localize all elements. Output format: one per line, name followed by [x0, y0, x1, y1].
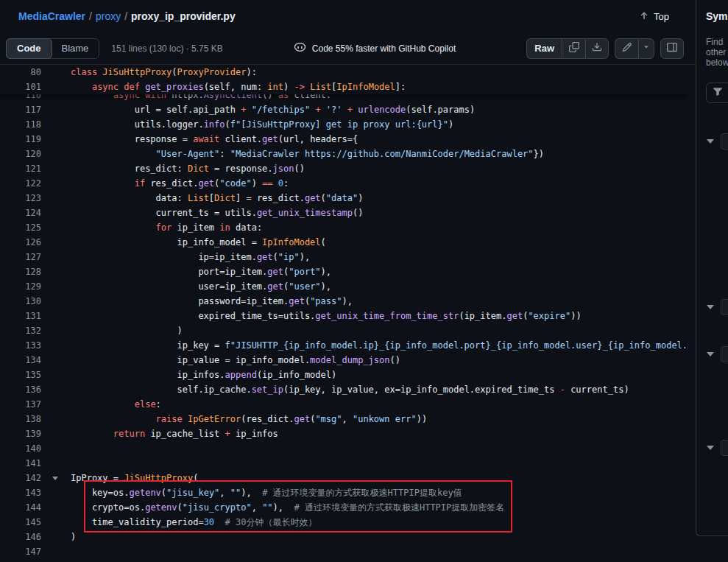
code-lines: 116 async with httpx.AsyncClient() as cl… [0, 88, 688, 559]
line-number[interactable]: 142 [0, 471, 41, 485]
code-line: 119 response = await client.get(url, hea… [0, 132, 688, 147]
chevron-down-icon [642, 43, 651, 54]
code-line: 139 return ip_cache_list + ip_infos [0, 426, 688, 441]
main-column: MediaCrawler / proxy / proxy_ip_provider… [0, 0, 696, 562]
line-number[interactable]: 135 [0, 368, 41, 382]
copy-raw-button[interactable] [562, 38, 585, 59]
line-number[interactable]: 130 [0, 294, 41, 309]
tab-code[interactable]: Code [6, 38, 52, 59]
line-number[interactable]: 118 [0, 117, 41, 132]
line-number[interactable]: 117 [0, 102, 41, 117]
chevron-down-icon[interactable] [707, 305, 714, 309]
line-number[interactable]: 146 [0, 530, 41, 544]
symbols-description-line: other [706, 47, 728, 57]
line-number[interactable]: 124 [0, 206, 41, 220]
code-text: crypto=os.getenv("jisu_crypto", ""), # 通… [71, 500, 504, 515]
line-number[interactable]: 80 [0, 65, 41, 80]
code-line: 131 expired_time_ts=utils.get_unix_time_… [0, 309, 688, 323]
fold-gutter [41, 220, 71, 235]
fold-gutter [41, 65, 71, 80]
code-line: 129 user=ip_item.get("user"), [0, 279, 688, 294]
line-number[interactable]: 131 [0, 309, 41, 323]
fold-gutter [41, 353, 71, 368]
breadcrumb-separator: / [124, 10, 127, 22]
line-number[interactable]: 133 [0, 338, 41, 353]
chevron-down-icon[interactable] [707, 139, 714, 144]
download-raw-button[interactable] [585, 38, 609, 59]
code-line: 125 for ip_item in data: [0, 220, 688, 235]
code-line: 144 crypto=os.getenv("jisu_crypto", ""),… [0, 500, 688, 515]
code-text: ip_info_model = IpInfoModel( [71, 235, 326, 250]
edit-options-dropdown[interactable] [638, 38, 654, 59]
line-number[interactable]: 138 [0, 412, 41, 426]
back-to-top-label: Top [654, 11, 669, 22]
line-number[interactable]: 140 [0, 441, 41, 456]
copilot-banner[interactable]: Code 55% faster with GitHub Copilot [294, 41, 456, 56]
filter-icon [713, 86, 723, 99]
line-number[interactable]: 101 [0, 80, 41, 94]
edit-file-button[interactable] [615, 38, 638, 59]
breadcrumb-bar: MediaCrawler / proxy / proxy_ip_provider… [0, 0, 696, 32]
fold-gutter [41, 176, 71, 191]
line-number[interactable]: 144 [0, 500, 41, 515]
line-number[interactable]: 145 [0, 515, 41, 530]
breadcrumb-folder-link[interactable]: proxy [96, 10, 121, 22]
code-line: 146) [0, 530, 688, 544]
symbol-name-chip[interactable] [721, 299, 728, 315]
fold-gutter [41, 235, 71, 250]
line-number[interactable]: 120 [0, 147, 41, 161]
line-number[interactable]: 141 [0, 456, 41, 471]
code-line: 80class JiSuHttpProxy(ProxyProvider): [0, 65, 688, 80]
toolbar-center: Code 55% faster with GitHub Copilot [223, 41, 526, 56]
code-text: ip=ip_item.get("ip"), [71, 250, 310, 264]
symbol-name-chip[interactable] [721, 346, 728, 362]
line-number[interactable]: 147 [0, 544, 41, 559]
line-number[interactable]: 132 [0, 323, 41, 338]
code-text: utils.logger.info(f"[JiSuHttpProxy] get … [71, 117, 453, 132]
code-line: 120 "User-Agent": "MediaCrawler https://… [0, 147, 688, 161]
back-to-top-button[interactable]: Top [635, 7, 674, 26]
tab-blame[interactable]: Blame [52, 39, 99, 58]
line-number[interactable]: 121 [0, 161, 41, 176]
code-text: for ip_item in data: [71, 220, 262, 235]
filter-symbols-input[interactable] [706, 82, 728, 103]
code-text: time_validity_period=30 # 30分钟（最长时效） [71, 515, 317, 530]
fold-gutter [41, 382, 71, 397]
code-text: url = self.api_path + "/fetchips" + '?' … [71, 102, 475, 117]
line-number[interactable]: 122 [0, 176, 41, 191]
code-blame-switch: Code Blame [6, 38, 99, 59]
symbol-name-chip[interactable] [721, 440, 728, 456]
breadcrumb-repo-link[interactable]: MediaCrawler [18, 10, 85, 22]
line-number[interactable]: 143 [0, 485, 41, 500]
copy-icon [569, 42, 579, 55]
line-number[interactable]: 137 [0, 397, 41, 412]
line-number[interactable]: 134 [0, 353, 41, 368]
raw-button[interactable]: Raw [526, 38, 562, 59]
line-number[interactable]: 127 [0, 250, 41, 264]
breadcrumb-separator: / [89, 10, 92, 22]
symbols-panel-toggle-button[interactable] [660, 38, 684, 59]
code-text: if res_dict.get("code") == 0: [71, 176, 289, 191]
code-line: 138 raise IpGetError(res_dict.get("msg",… [0, 412, 688, 426]
line-number[interactable]: 125 [0, 220, 41, 235]
fold-gutter [41, 368, 71, 382]
code-line: 136 self.ip_cache.set_ip(ip_key, ip_valu… [0, 382, 688, 397]
code-text: res_dict: Dict = response.json() [71, 161, 305, 176]
symbols-description-line: Find [706, 37, 728, 47]
code-text: async def get_proxies(self, num: int) ->… [71, 80, 406, 94]
fold-caret-icon[interactable] [52, 477, 58, 480]
chevron-down-icon[interactable] [707, 446, 714, 450]
line-number[interactable]: 136 [0, 382, 41, 397]
line-number[interactable]: 129 [0, 279, 41, 294]
code-line: 145 time_validity_period=30 # 30分钟（最长时效） [0, 515, 688, 530]
symbol-name-chip[interactable] [721, 133, 728, 150]
code-line: 135 ip_infos.append(ip_info_model) [0, 368, 688, 382]
code-text: ) [71, 530, 76, 544]
line-number[interactable]: 139 [0, 426, 41, 441]
breadcrumb-file-name: proxy_ip_provider.py [131, 10, 236, 22]
line-number[interactable]: 119 [0, 132, 41, 147]
line-number[interactable]: 128 [0, 264, 41, 279]
line-number[interactable]: 123 [0, 191, 41, 206]
chevron-down-icon[interactable] [707, 352, 714, 356]
line-number[interactable]: 126 [0, 235, 41, 250]
